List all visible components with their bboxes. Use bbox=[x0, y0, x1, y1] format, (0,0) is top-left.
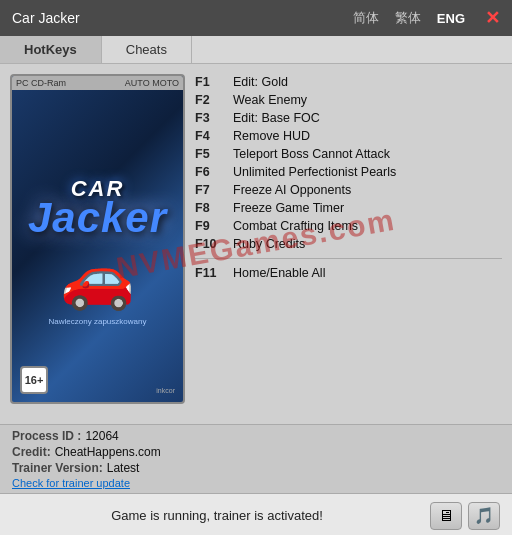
language-selector: 简体 繁体 ENG ✕ bbox=[349, 7, 500, 29]
hotkey-desc-f7: Freeze AI Opponents bbox=[233, 183, 351, 197]
tab-cheats[interactable]: Cheats bbox=[102, 36, 192, 63]
cover-tagline: AUTO MOTO bbox=[125, 78, 179, 88]
hotkey-f8[interactable]: F8 Freeze Game Timer bbox=[195, 200, 502, 216]
hotkey-key-f8: F8 bbox=[195, 201, 227, 215]
hotkey-desc-f9: Combat Crafting Items bbox=[233, 219, 358, 233]
hotkey-f1[interactable]: F1 Edit: Gold bbox=[195, 74, 502, 90]
lang-simplified[interactable]: 简体 bbox=[349, 7, 383, 29]
lang-traditional[interactable]: 繁体 bbox=[391, 7, 425, 29]
hotkey-desc-f10: Ruby Credits bbox=[233, 237, 305, 251]
tab-hotkeys[interactable]: HotKeys bbox=[0, 36, 102, 63]
hotkeys-panel: F1 Edit: Gold F2 Weak Enemy F3 Edit: Bas… bbox=[195, 74, 502, 414]
trainer-label: Trainer Version: bbox=[12, 461, 103, 475]
hotkey-key-f9: F9 bbox=[195, 219, 227, 233]
status-icons: 🖥 🎵 bbox=[430, 502, 500, 530]
hotkey-desc-f2: Weak Enemy bbox=[233, 93, 307, 107]
game-cover: PC CD-Ram AUTO MOTO CAR Jacker 🚗 Nawlecz… bbox=[10, 74, 185, 404]
main-content: NVMEGames.com PC CD-Ram AUTO MOTO CAR Ja… bbox=[0, 64, 512, 424]
process-row: Process ID : 12064 bbox=[12, 429, 500, 443]
monitor-icon: 🖥 bbox=[438, 507, 454, 525]
hotkey-desc-f11: Home/Enable All bbox=[233, 266, 325, 280]
hotkey-key-f2: F2 bbox=[195, 93, 227, 107]
trainer-value: Latest bbox=[107, 461, 140, 475]
music-icon: 🎵 bbox=[474, 506, 494, 525]
info-bar: Process ID : 12064 Credit: CheatHappens.… bbox=[0, 424, 512, 493]
hotkey-f4[interactable]: F4 Remove HUD bbox=[195, 128, 502, 144]
status-message: Game is running, trainer is activated! bbox=[12, 508, 422, 523]
process-label: Process ID : bbox=[12, 429, 81, 443]
credit-row: Credit: CheatHappens.com bbox=[12, 445, 500, 459]
hotkey-key-f11: F11 bbox=[195, 266, 227, 280]
publisher-logo: inkcor bbox=[156, 387, 175, 394]
lang-english[interactable]: ENG bbox=[433, 9, 469, 28]
process-value: 12064 bbox=[85, 429, 118, 443]
hotkey-f5[interactable]: F5 Teleport Boss Cannot Attack bbox=[195, 146, 502, 162]
hotkey-f2[interactable]: F2 Weak Enemy bbox=[195, 92, 502, 108]
hotkey-key-f3: F3 bbox=[195, 111, 227, 125]
hotkey-key-f6: F6 bbox=[195, 165, 227, 179]
music-icon-button[interactable]: 🎵 bbox=[468, 502, 500, 530]
cover-subtitle: Nawleczony zapuszkowany bbox=[49, 317, 147, 326]
cover-title-jacker: Jacker bbox=[28, 194, 167, 242]
hotkey-f3[interactable]: F3 Edit: Base FOC bbox=[195, 110, 502, 126]
title-bar: Car Jacker 简体 繁体 ENG ✕ bbox=[0, 0, 512, 36]
rating-badge: 16+ bbox=[20, 366, 48, 394]
cover-car-icon: 🚗 bbox=[60, 242, 135, 313]
hotkey-f7[interactable]: F7 Freeze AI Opponents bbox=[195, 182, 502, 198]
hotkey-desc-f1: Edit: Gold bbox=[233, 75, 288, 89]
status-bar: Game is running, trainer is activated! 🖥… bbox=[0, 493, 512, 535]
hotkey-key-f10: F10 bbox=[195, 237, 227, 251]
hotkey-key-f7: F7 bbox=[195, 183, 227, 197]
hotkey-f9[interactable]: F9 Combat Crafting Items bbox=[195, 218, 502, 234]
update-link[interactable]: Check for trainer update bbox=[12, 477, 130, 489]
cover-top-bar: PC CD-Ram AUTO MOTO bbox=[12, 76, 183, 90]
credit-value: CheatHappens.com bbox=[55, 445, 161, 459]
divider bbox=[195, 258, 502, 259]
hotkey-key-f4: F4 bbox=[195, 129, 227, 143]
hotkey-f11[interactable]: F11 Home/Enable All bbox=[195, 265, 502, 281]
cover-logo-area: CAR Jacker 🚗 Nawleczony zapuszkowany bbox=[12, 90, 183, 402]
update-row: Check for trainer update bbox=[12, 477, 500, 489]
trainer-row: Trainer Version: Latest bbox=[12, 461, 500, 475]
hotkey-desc-f5: Teleport Boss Cannot Attack bbox=[233, 147, 390, 161]
hotkey-key-f5: F5 bbox=[195, 147, 227, 161]
close-button[interactable]: ✕ bbox=[485, 7, 500, 29]
monitor-icon-button[interactable]: 🖥 bbox=[430, 502, 462, 530]
app-title: Car Jacker bbox=[12, 10, 349, 26]
hotkey-desc-f6: Unlimited Perfectionist Pearls bbox=[233, 165, 396, 179]
cover-platform: PC CD-Ram bbox=[16, 78, 66, 88]
hotkey-desc-f8: Freeze Game Timer bbox=[233, 201, 344, 215]
hotkey-desc-f4: Remove HUD bbox=[233, 129, 310, 143]
hotkey-key-f1: F1 bbox=[195, 75, 227, 89]
hotkey-desc-f3: Edit: Base FOC bbox=[233, 111, 320, 125]
hotkey-f6[interactable]: F6 Unlimited Perfectionist Pearls bbox=[195, 164, 502, 180]
credit-label: Credit: bbox=[12, 445, 51, 459]
hotkey-f10[interactable]: F10 Ruby Credits bbox=[195, 236, 502, 252]
tab-bar: HotKeys Cheats bbox=[0, 36, 512, 64]
